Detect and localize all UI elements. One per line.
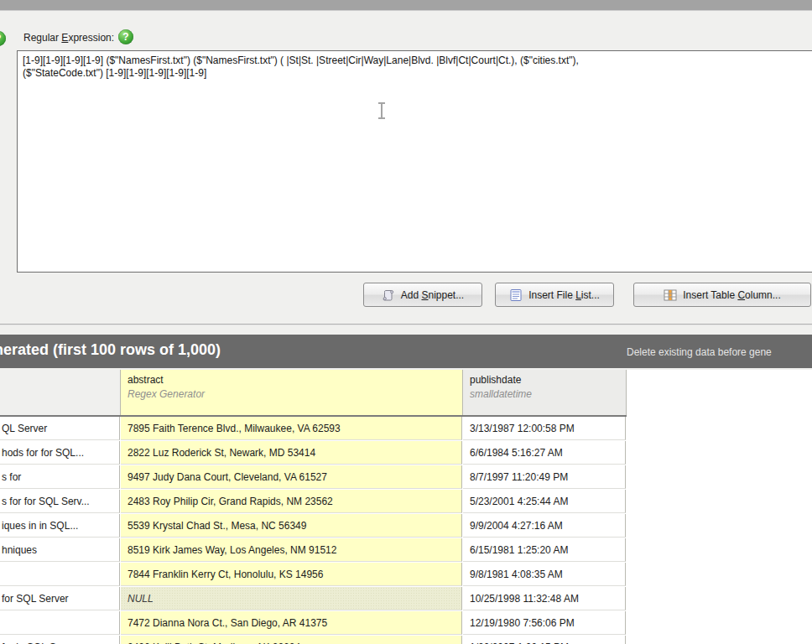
regular-expression-label: Regular Expression:: [23, 32, 114, 44]
preview-header-bar: nerated (first 100 rows of 1,000) Delete…: [0, 335, 812, 368]
table-row: hniques 8519 Kirk James Way, Los Angeles…: [0, 538, 812, 563]
table-row: for in SQL Se 2426 Kelli Beth St, Madiso…: [0, 636, 812, 644]
add-snippet-label: Add Snippet...: [401, 289, 464, 301]
table-row: for SQL Server NULL 10/25/1998 11:32:48 …: [0, 587, 812, 611]
grid-rows: QL Server 7895 Faith Terence Blvd., Milw…: [0, 417, 812, 644]
window-top-strip: [0, 0, 812, 11]
table-row: hods for for SQL... 2822 Luz Roderick St…: [0, 441, 812, 465]
table-row: 7472 Dianna Nora Ct., San Diego, AR 4137…: [0, 611, 812, 636]
insert-file-list-button[interactable]: Insert File List...: [495, 283, 614, 307]
column-header-title[interactable]: [0, 370, 120, 415]
null-cell: NULL: [121, 587, 462, 610]
table-row: s for 9497 Judy Dana Court, Cleveland, V…: [0, 465, 812, 490]
delete-existing-data-option[interactable]: Delete existing data before gene: [627, 346, 772, 358]
preview-grid: abstract Regex Generator publishdate sma…: [0, 370, 812, 644]
table-row: s for for SQL Serv... 2483 Roy Philip Ci…: [0, 490, 812, 514]
table-row: QL Server 7895 Faith Terence Blvd., Milw…: [0, 417, 812, 441]
table-column-icon: [664, 288, 677, 302]
help-icon[interactable]: ?: [118, 29, 133, 44]
snippet-scroll-icon: [382, 288, 395, 302]
grid-header: abstract Regex Generator publishdate sma…: [0, 370, 812, 415]
table-row: 7844 Franklin Kerry Ct, Honolulu, KS 149…: [0, 563, 812, 587]
help-icon[interactable]: ?: [0, 31, 6, 46]
add-snippet-button[interactable]: Add Snippet...: [363, 283, 482, 307]
table-row: iques in in SQL... 5539 Krystal Chad St.…: [0, 514, 812, 538]
text-cursor-icon: [377, 102, 387, 119]
column-header-publishdate[interactable]: publishdate smalldatetime: [463, 370, 626, 415]
file-list-icon: [509, 288, 523, 302]
regular-expression-input[interactable]: [1-9][1-9][1-9][1-9] ($"NamesFirst.txt")…: [17, 50, 812, 273]
column-header-abstract[interactable]: abstract Regex Generator: [121, 370, 462, 415]
preview-title: nerated (first 100 rows of 1,000): [0, 341, 221, 359]
insert-table-column-button[interactable]: Insert Table Column...: [633, 283, 811, 307]
section-divider: [0, 324, 812, 325]
insert-file-list-label: Insert File List...: [528, 289, 600, 301]
insert-table-column-label: Insert Table Column...: [683, 289, 781, 301]
regex-generator-window: ? Regular Expression: ? [1-9][1-9][1-9][…: [0, 0, 812, 644]
